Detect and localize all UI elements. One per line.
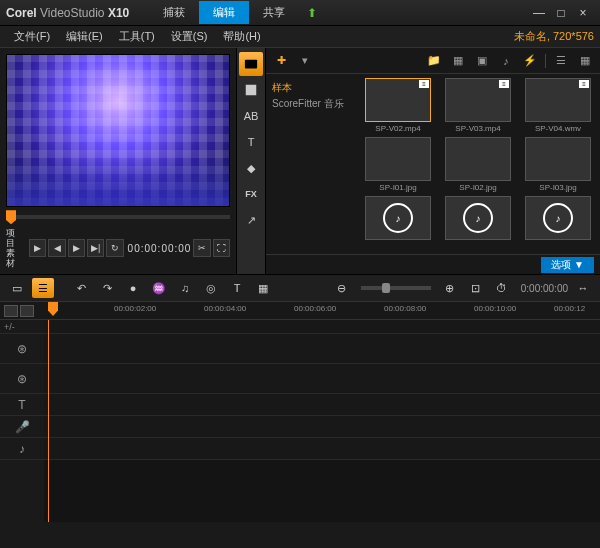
next-button[interactable]: ▶: [68, 239, 85, 257]
tab-capture[interactable]: 捕获: [149, 1, 199, 24]
ruler-mark: 00:00:12: [554, 304, 585, 313]
tool-path[interactable]: ↗: [239, 208, 263, 232]
ruler-btn-2[interactable]: [20, 305, 34, 317]
track-row-video[interactable]: [44, 334, 600, 364]
add-media-icon[interactable]: ✚: [272, 53, 290, 69]
track-head-music[interactable]: ♪: [0, 438, 44, 460]
filmstrip-icon[interactable]: ▦: [449, 53, 467, 69]
timeline-view[interactable]: ☰: [32, 278, 54, 298]
mode-clip[interactable]: 素材: [6, 248, 23, 268]
sort-icon[interactable]: ☰: [552, 53, 570, 69]
tool-transition[interactable]: AB: [239, 104, 263, 128]
step-tabs: 捕获 编辑 共享: [149, 1, 299, 24]
tool-filter[interactable]: FX: [239, 182, 263, 206]
track-row-overlay[interactable]: [44, 364, 600, 394]
timeline: +/- ⊛ ⊛ T 🎤 ♪: [0, 320, 600, 522]
upload-icon[interactable]: ⬆: [299, 6, 325, 20]
track-row-voice[interactable]: [44, 416, 600, 438]
nav-scorefitter[interactable]: ScoreFitter 音乐: [272, 96, 350, 112]
tool-instant[interactable]: [239, 78, 263, 102]
track-motion[interactable]: ◎: [200, 278, 222, 298]
record-button[interactable]: ●: [122, 278, 144, 298]
end-button[interactable]: ▶|: [87, 239, 104, 257]
maximize-button[interactable]: □: [550, 6, 572, 20]
audio-icon[interactable]: ♪: [497, 53, 515, 69]
redo-button[interactable]: ↷: [96, 278, 118, 298]
timer-icon[interactable]: ⏱: [491, 278, 513, 298]
doc-dims: 720*576: [553, 30, 594, 42]
menu-settings[interactable]: 设置(S): [163, 29, 216, 44]
import-icon[interactable]: ▾: [296, 53, 314, 69]
thumb[interactable]: [360, 196, 436, 242]
track-head-video[interactable]: ⊛: [0, 334, 44, 364]
timeline-ruler[interactable]: 00:00:02:00 00:00:04:00 00:00:06:00 00:0…: [0, 302, 600, 320]
track-row-music[interactable]: [44, 438, 600, 460]
thumb[interactable]: [440, 196, 516, 242]
menu-file[interactable]: 文件(F): [6, 29, 58, 44]
tracks-area[interactable]: [44, 320, 600, 522]
menu-help[interactable]: 帮助(H): [215, 29, 268, 44]
scroll-button[interactable]: ↔: [572, 278, 594, 298]
ruler-btn-1[interactable]: [4, 305, 18, 317]
badge-icon: ≡: [499, 80, 509, 88]
tool-graphic[interactable]: ◆: [239, 156, 263, 180]
tool-media[interactable]: [239, 52, 263, 76]
ruler-mark: 00:00:10:00: [474, 304, 516, 313]
play-button[interactable]: ▶: [29, 239, 46, 257]
folder-icon[interactable]: 📁: [425, 53, 443, 69]
thumb[interactable]: ≡SP-V02.mp4: [360, 78, 436, 133]
flash-icon[interactable]: ⚡: [521, 53, 539, 69]
photo-icon[interactable]: ▣: [473, 53, 491, 69]
preview-scrubber[interactable]: [6, 211, 230, 225]
subtitle-button[interactable]: T: [226, 278, 248, 298]
mode-project[interactable]: 项目: [6, 228, 23, 248]
thumb[interactable]: SP-I03.jpg: [520, 137, 596, 192]
preview-screen[interactable]: [6, 54, 230, 207]
track-head-voice[interactable]: 🎤: [0, 416, 44, 438]
menu-tool[interactable]: 工具(T): [111, 29, 163, 44]
zoom-slider[interactable]: [361, 286, 431, 290]
menu-bar: 文件(F) 编辑(E) 工具(T) 设置(S) 帮助(H) 未命名, 720*5…: [0, 26, 600, 48]
multi-cam[interactable]: ▦: [252, 278, 274, 298]
track-expand[interactable]: +/-: [0, 320, 44, 334]
undo-button[interactable]: ↶: [70, 278, 92, 298]
close-button[interactable]: ×: [572, 6, 594, 20]
mode-labels[interactable]: 项目 素材: [6, 228, 23, 268]
track-head-overlay[interactable]: ⊛: [0, 364, 44, 394]
preview-timecode: 00:00:00:00: [128, 243, 192, 254]
grid-icon[interactable]: ▦: [576, 53, 594, 69]
tab-share[interactable]: 共享: [249, 1, 299, 24]
expand-button[interactable]: ⛶: [213, 239, 230, 257]
brand-version: X10: [108, 6, 129, 20]
thumb[interactable]: SP-I01.jpg: [360, 137, 436, 192]
ruler-mark: 00:00:06:00: [294, 304, 336, 313]
audio-mixer[interactable]: ♒: [148, 278, 170, 298]
loop-button[interactable]: ↻: [106, 239, 123, 257]
track-row-title[interactable]: [44, 394, 600, 416]
thumb-caption: SP-V03.mp4: [455, 124, 500, 133]
playback-row: 项目 素材 ▶ ◀ ▶ ▶| ↻ 00:00:00:00 ✂ ⛶: [6, 228, 230, 268]
auto-music[interactable]: ♫: [174, 278, 196, 298]
zoom-out[interactable]: ⊖: [331, 278, 353, 298]
fit-button[interactable]: ⊡: [465, 278, 487, 298]
track-row-marker[interactable]: [44, 320, 600, 334]
storyboard-view[interactable]: ▭: [6, 278, 28, 298]
split-button[interactable]: ✂: [193, 239, 210, 257]
thumb[interactable]: ≡SP-V03.mp4: [440, 78, 516, 133]
scrubber-track[interactable]: [6, 215, 230, 219]
options-button[interactable]: 选项 ▼: [541, 257, 594, 273]
minimize-button[interactable]: —: [528, 6, 550, 20]
track-head-title[interactable]: T: [0, 394, 44, 416]
menu-edit[interactable]: 编辑(E): [58, 29, 111, 44]
nav-sample[interactable]: 样本: [272, 80, 350, 96]
ruler-marks[interactable]: 00:00:02:00 00:00:04:00 00:00:06:00 00:0…: [44, 302, 600, 319]
thumb[interactable]: ≡SP-V04.wmv: [520, 78, 596, 133]
brand-corel: Corel: [6, 6, 37, 20]
tab-edit[interactable]: 编辑: [199, 1, 249, 24]
zoom-in[interactable]: ⊕: [439, 278, 461, 298]
prev-button[interactable]: ◀: [48, 239, 65, 257]
thumb[interactable]: [520, 196, 596, 242]
thumb[interactable]: SP-I02.jpg: [440, 137, 516, 192]
library-toolbar: ✚ ▾ 📁 ▦ ▣ ♪ ⚡ ☰ ▦: [266, 48, 600, 74]
tool-title[interactable]: T: [239, 130, 263, 154]
